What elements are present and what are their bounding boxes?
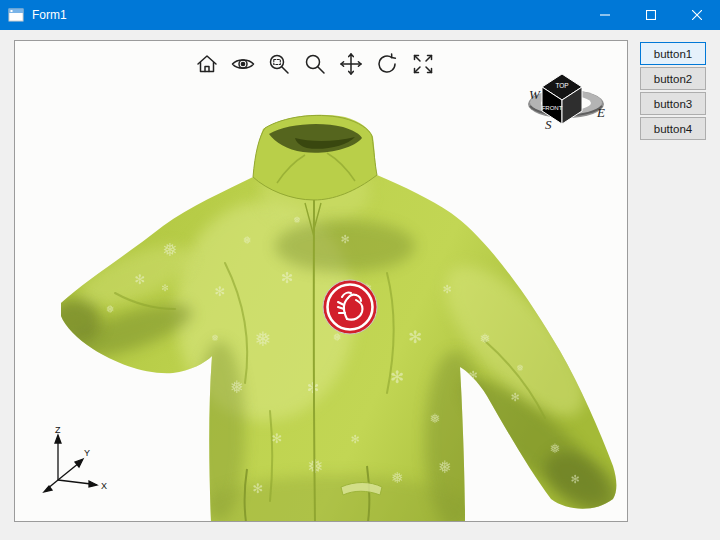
svg-text:✻: ✻ bbox=[340, 233, 349, 246]
svg-text:✻: ✻ bbox=[408, 327, 422, 347]
compass-west-label[interactable]: W bbox=[529, 87, 541, 102]
svg-text:✻: ✻ bbox=[191, 449, 204, 467]
svg-text:✻: ✻ bbox=[442, 283, 451, 296]
axes-triad: Z Y X bbox=[37, 425, 121, 503]
svg-text:❅: ❅ bbox=[162, 239, 177, 260]
jacket-collar bbox=[253, 115, 377, 200]
cube-top-label[interactable]: TOP bbox=[555, 82, 568, 89]
cube-front-label[interactable]: FRONT bbox=[542, 105, 563, 111]
svg-text:❅: ❅ bbox=[255, 327, 272, 351]
svg-text:❅: ❅ bbox=[230, 377, 244, 397]
zoom-button[interactable] bbox=[302, 51, 328, 77]
zoom-window-icon bbox=[266, 51, 292, 77]
close-button[interactable] bbox=[674, 0, 720, 30]
rotate-button[interactable] bbox=[374, 51, 400, 77]
axis-y-label: Y bbox=[84, 448, 90, 458]
button3[interactable]: button3 bbox=[640, 92, 706, 115]
home-icon bbox=[194, 51, 220, 77]
svg-text:❅: ❅ bbox=[430, 411, 441, 426]
svg-text:❅: ❅ bbox=[242, 234, 251, 247]
view-cube[interactable]: TOP FRONT W S E bbox=[521, 71, 613, 133]
compass-south-label[interactable]: S bbox=[545, 117, 552, 132]
svg-text:❅: ❅ bbox=[438, 457, 452, 477]
svg-text:❅: ❅ bbox=[480, 331, 491, 346]
zoom-fit-icon bbox=[410, 51, 436, 77]
svg-text:✻: ✻ bbox=[215, 284, 226, 299]
orbit-button[interactable] bbox=[230, 51, 256, 77]
title-bar: Form1 bbox=[0, 0, 720, 30]
home-button[interactable] bbox=[194, 51, 220, 77]
svg-text:✻: ✻ bbox=[350, 433, 359, 446]
svg-text:✻: ✻ bbox=[135, 272, 146, 287]
svg-text:❅: ❅ bbox=[516, 363, 524, 373]
jacket-zipper bbox=[314, 199, 315, 522]
svg-text:❅: ❅ bbox=[211, 333, 219, 343]
scorpion-logo bbox=[323, 280, 377, 334]
model-viewport[interactable]: ❅✻❅✻❅✻❅✻❅✻❅✻❅✻❅✻❅✻❅✻❅✻❅✻❅✻❅✻❅✻❅✻ bbox=[14, 40, 628, 522]
pan-button[interactable] bbox=[338, 51, 364, 77]
compass-east-label[interactable]: E bbox=[596, 105, 605, 120]
zoom-window-button[interactable] bbox=[266, 51, 292, 77]
svg-text:✻: ✻ bbox=[510, 391, 519, 404]
svg-text:✻: ✻ bbox=[272, 431, 283, 446]
svg-text:❅: ❅ bbox=[293, 215, 301, 225]
svg-text:❅: ❅ bbox=[105, 303, 114, 316]
svg-text:✻: ✻ bbox=[161, 283, 169, 293]
zoom-icon bbox=[302, 51, 328, 77]
button4[interactable]: button4 bbox=[640, 117, 706, 140]
svg-text:✻: ✻ bbox=[281, 269, 294, 287]
svg-text:❅: ❅ bbox=[550, 441, 561, 456]
app-icon bbox=[8, 7, 24, 23]
pan-icon bbox=[338, 51, 364, 77]
zoom-fit-button[interactable] bbox=[410, 51, 436, 77]
maximize-icon bbox=[646, 10, 656, 20]
close-icon bbox=[692, 10, 702, 20]
maximize-button[interactable] bbox=[628, 0, 674, 30]
form-window: Form1 bbox=[0, 0, 720, 540]
svg-text:❅: ❅ bbox=[332, 331, 341, 344]
eye-icon bbox=[230, 51, 256, 77]
rotate-icon bbox=[374, 51, 400, 77]
button2[interactable]: button2 bbox=[640, 67, 706, 90]
button1[interactable]: button1 bbox=[640, 42, 706, 65]
axis-x-label: X bbox=[101, 481, 107, 491]
window-title: Form1 bbox=[32, 8, 582, 22]
viewport-toolbar bbox=[194, 51, 436, 77]
svg-text:❅: ❅ bbox=[391, 469, 404, 487]
svg-text:✻: ✻ bbox=[390, 367, 404, 387]
svg-text:✻: ✻ bbox=[468, 369, 477, 382]
axis-z-label: Z bbox=[55, 425, 61, 435]
svg-text:✻: ✻ bbox=[253, 481, 264, 496]
minimize-button[interactable] bbox=[582, 0, 628, 30]
minimize-icon bbox=[600, 10, 610, 20]
svg-text:✻: ✻ bbox=[570, 473, 579, 486]
